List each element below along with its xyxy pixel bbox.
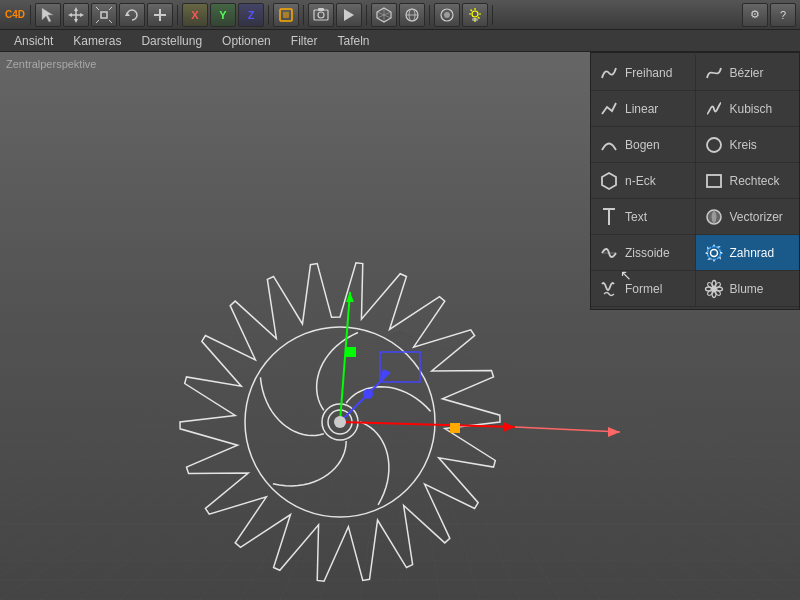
logo-btn[interactable]: C4D [4, 3, 26, 27]
spline-dropdown-menu: Freihand Bézier Linear [590, 52, 800, 310]
text-item[interactable]: Text [591, 199, 695, 235]
text-icon [599, 207, 619, 227]
rotate-tool-btn[interactable] [119, 3, 145, 27]
linear-icon [599, 99, 619, 119]
zissoide-label: Zissoide [625, 246, 670, 260]
svg-marker-39 [602, 173, 616, 189]
svg-line-36 [478, 17, 480, 19]
zahnrad-item[interactable]: Zahnrad [696, 235, 800, 271]
svg-point-49 [712, 290, 716, 297]
svg-point-53 [713, 288, 721, 296]
svg-marker-20 [344, 9, 354, 21]
menu-row-2: Bogen Kreis [591, 127, 799, 163]
kubisch-label: Kubisch [730, 102, 773, 116]
svg-point-55 [706, 288, 714, 296]
add-tool-btn[interactable] [147, 3, 173, 27]
bezier-item[interactable]: Bézier [696, 55, 800, 91]
light-btn[interactable] [462, 3, 488, 27]
y-axis-btn[interactable]: Y [210, 3, 236, 27]
cube-btn[interactable] [371, 3, 397, 27]
kubisch-icon [704, 99, 724, 119]
sep3 [268, 5, 269, 25]
svg-rect-7 [101, 12, 107, 18]
svg-line-10 [96, 20, 99, 23]
render-btn[interactable] [336, 3, 362, 27]
text-label: Text [625, 210, 647, 224]
camera-btn[interactable] [308, 3, 334, 27]
bogen-label: Bogen [625, 138, 660, 152]
vectorizer-label: Vectorizer [730, 210, 783, 224]
menu-row-3: n-Eck Rechteck [591, 163, 799, 199]
vectorizer-icon [704, 207, 724, 227]
x-axis-btn[interactable]: X [182, 3, 208, 27]
formel-icon [599, 279, 619, 299]
svg-point-18 [318, 12, 324, 18]
freihand-label: Freihand [625, 66, 672, 80]
svg-point-29 [444, 12, 450, 18]
vectorizer-item[interactable]: Vectorizer [696, 199, 800, 235]
neck-label: n-Eck [625, 174, 656, 188]
rechteck-icon [704, 171, 724, 191]
svg-point-54 [713, 281, 721, 289]
svg-marker-3 [74, 7, 78, 11]
move-tool-btn[interactable] [63, 3, 89, 27]
viewport: Zentralperspektive Freihand Bézie [0, 52, 800, 600]
svg-point-52 [706, 281, 714, 289]
svg-rect-19 [318, 8, 324, 11]
freihand-icon [599, 63, 619, 83]
svg-point-48 [712, 280, 716, 287]
neck-item[interactable]: n-Eck [591, 163, 695, 199]
blume-label: Blume [730, 282, 764, 296]
freihand-item[interactable]: Freihand [591, 55, 695, 91]
z-axis-btn[interactable]: Z [238, 3, 264, 27]
rechteck-label: Rechteck [730, 174, 780, 188]
scale-tool-btn[interactable] [91, 3, 117, 27]
svg-line-35 [471, 9, 473, 11]
menu-row-4: Text Vectorizer [591, 199, 799, 235]
help-btn[interactable]: ? [770, 3, 796, 27]
svg-rect-40 [707, 175, 721, 187]
blume-icon [704, 279, 724, 299]
rechteck-item[interactable]: Rechteck [696, 163, 800, 199]
material-btn[interactable] [434, 3, 460, 27]
svg-marker-6 [80, 13, 84, 17]
menubar: Ansicht Kameras Darstellung Optionen Fil… [0, 30, 800, 52]
sep2 [177, 5, 178, 25]
menu-row-5: Zissoide Zahnrad [591, 235, 799, 271]
menu-optionen[interactable]: Optionen [212, 32, 281, 50]
menu-row-1: Linear Kubisch [591, 91, 799, 127]
sep1 [30, 5, 31, 25]
kreis-icon [704, 135, 724, 155]
kreis-item[interactable]: Kreis [696, 127, 800, 163]
blume-item[interactable]: Blume [696, 271, 800, 307]
kubisch-item[interactable]: Kubisch [696, 91, 800, 127]
menu-ansicht[interactable]: Ansicht [4, 32, 63, 50]
settings-btn[interactable]: ⚙ [742, 3, 768, 27]
linear-label: Linear [625, 102, 658, 116]
menu-filter[interactable]: Filter [281, 32, 328, 50]
svg-line-8 [96, 7, 99, 10]
menu-tafeln[interactable]: Tafeln [327, 32, 379, 50]
zissoide-item[interactable]: Zissoide [591, 235, 695, 271]
sep6 [429, 5, 430, 25]
menu-darstellung[interactable]: Darstellung [131, 32, 212, 50]
svg-point-46 [707, 246, 720, 259]
svg-marker-0 [42, 8, 53, 22]
bezier-icon [704, 63, 724, 83]
formel-item[interactable]: Formel [591, 271, 695, 307]
sep4 [303, 5, 304, 25]
svg-rect-37 [472, 18, 478, 21]
menu-kameras[interactable]: Kameras [63, 32, 131, 50]
svg-point-45 [710, 249, 717, 256]
select-tool-btn[interactable] [35, 3, 61, 27]
svg-marker-4 [74, 19, 78, 23]
bogen-item[interactable]: Bogen [591, 127, 695, 163]
menu-row-0: Freihand Bézier [591, 55, 799, 91]
bogen-icon [599, 135, 619, 155]
linear-item[interactable]: Linear [591, 91, 695, 127]
zissoide-icon [599, 243, 619, 263]
sphere-btn[interactable] [399, 3, 425, 27]
object-btn[interactable] [273, 3, 299, 27]
formel-label: Formel [625, 282, 662, 296]
zahnrad-label: Zahnrad [730, 246, 775, 260]
